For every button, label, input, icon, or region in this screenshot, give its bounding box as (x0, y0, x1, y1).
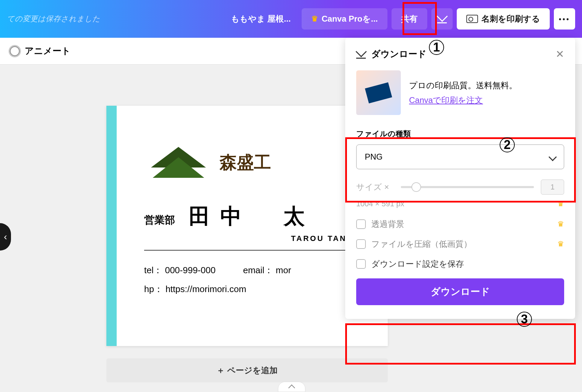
add-page-button[interactable]: ＋ ページを追加 (106, 358, 388, 382)
promo-text: プロの印刷品質。送料無料。 (409, 78, 517, 93)
name-romaji: TAROU TANAK (144, 234, 367, 243)
save-settings-row[interactable]: ダウンロード設定を保存 (356, 258, 564, 269)
transparent-bg-label: 透過背景 (371, 219, 552, 230)
save-status: ての変更は保存されました (7, 14, 100, 24)
slider-thumb[interactable] (411, 182, 421, 192)
dimensions-text: 1004 × 591 px (356, 199, 404, 208)
tel-label: tel： (144, 265, 162, 275)
download-action-button[interactable]: ダウンロード (356, 278, 564, 305)
save-settings-label: ダウンロード設定を保存 (371, 258, 564, 269)
close-icon[interactable]: ✕ (556, 48, 564, 60)
print-card-button[interactable]: 名刺を印刷する (457, 8, 550, 30)
animate-button[interactable]: アニメート (25, 45, 71, 57)
contact-row-2: hp： https://morimori.com (144, 283, 367, 295)
page-pill[interactable] (278, 382, 305, 392)
panel-header: ダウンロード ✕ (356, 48, 564, 60)
name-row: 営業部 田中 太 (144, 202, 367, 231)
compress-label: ファイルを圧縮（低画質） (371, 239, 552, 250)
promo-link[interactable]: Canvaで印刷を注文 (409, 95, 483, 105)
crown-icon: ♛ (557, 220, 564, 229)
compress-row[interactable]: ファイルを圧縮（低画質） ♛ (356, 239, 564, 250)
checkbox[interactable] (356, 239, 366, 249)
email-label: email： (243, 265, 273, 275)
contact-row-1: tel： 000-999-000 email： mor (144, 264, 367, 276)
share-button[interactable]: 共有 (392, 8, 427, 30)
annotation-2: 2 (500, 137, 515, 152)
print-promo: プロの印刷品質。送料無料。 Canvaで印刷を注文 (356, 70, 564, 115)
card-header: 森盛工 (144, 143, 367, 181)
person-name: 田中 太 (189, 202, 315, 231)
chevron-up-icon (289, 383, 294, 390)
panel-title: ダウンロード (371, 48, 550, 60)
size-row: サイズ × (356, 180, 564, 195)
annotation-3: 3 (517, 312, 532, 327)
more-button[interactable] (554, 8, 575, 30)
download-panel: ダウンロード ✕ プロの印刷品質。送料無料。 Canvaで印刷を注文 ファイルの… (345, 38, 575, 319)
download-icon (356, 50, 366, 59)
crown-icon: ♛ (557, 199, 564, 208)
canva-pro-label: Canva Proを... (322, 13, 378, 24)
company-name: 森盛工 (220, 151, 271, 174)
canva-pro-button[interactable]: ♛ Canva Proを... (302, 8, 387, 30)
file-type-value: PNG (365, 152, 383, 162)
transparent-bg-row[interactable]: 透過背景 ♛ (356, 219, 564, 230)
print-card-label: 名刺を印刷する (481, 13, 540, 24)
tel-value: 000-999-000 (165, 265, 216, 275)
animate-icon (10, 46, 20, 56)
hp-value: https://morimori.com (165, 284, 246, 294)
download-icon (437, 14, 447, 23)
card-icon (466, 15, 478, 23)
more-icon (559, 14, 570, 24)
size-input[interactable] (541, 180, 564, 195)
department: 営業部 (144, 213, 175, 227)
share-label: 共有 (401, 13, 418, 24)
file-type-label: ファイルの種類 (356, 129, 564, 139)
annotation-1: 1 (429, 40, 444, 55)
checkbox[interactable] (356, 259, 366, 269)
checkbox[interactable] (356, 219, 366, 229)
file-type-select[interactable]: PNG (356, 145, 564, 169)
promo-image (356, 70, 401, 115)
size-slider[interactable] (401, 186, 534, 188)
size-label: サイズ × (356, 182, 394, 193)
document-title[interactable]: ももやま 屋根... (224, 13, 298, 24)
crown-icon: ♛ (311, 14, 318, 23)
chevron-left-icon (4, 231, 7, 242)
crown-icon: ♛ (557, 240, 564, 249)
email-value: mor (276, 265, 291, 275)
chevron-down-icon (550, 154, 556, 160)
app-header: ての変更は保存されました ももやま 屋根... ♛ Canva Proを... … (0, 0, 582, 38)
company-logo (144, 143, 213, 181)
dimensions-row: 1004 × 591 px ♛ (356, 199, 564, 208)
hp-label: hp： (144, 284, 163, 294)
card-divider (144, 250, 367, 251)
download-button[interactable] (431, 8, 453, 30)
